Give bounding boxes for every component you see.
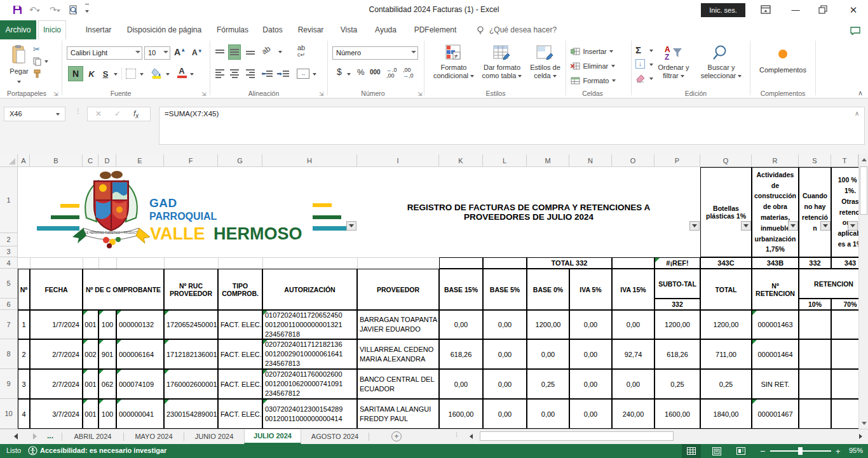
restore-button[interactable]: [818, 5, 827, 14]
scroll-down-button[interactable]: [859, 418, 868, 429]
insert-cells-button[interactable]: Insertar: [571, 45, 613, 55]
font-size-combo[interactable]: 10: [144, 46, 170, 60]
cell-343c[interactable]: 343C: [700, 257, 752, 269]
tab-revisar[interactable]: Revisar: [294, 20, 327, 39]
row-header-8[interactable]: 8: [0, 339, 18, 369]
cell[interactable]: 618,26: [439, 339, 483, 369]
cell[interactable]: 2/7/2024: [30, 369, 83, 399]
format-as-table-button[interactable]: Dar formatocomo tabla: [478, 44, 526, 86]
cell[interactable]: 2300154289001: [164, 399, 218, 429]
col-header-t[interactable]: T: [831, 154, 858, 167]
header-otras[interactable]: 100 % y 1%. Otras retenciones aplicables…: [831, 167, 858, 257]
format-cells-button[interactable]: Formato: [571, 74, 616, 84]
cell[interactable]: 2/7/2024: [30, 339, 83, 369]
cell[interactable]: [799, 369, 831, 399]
font-dialog-launcher[interactable]: ⇲: [201, 91, 208, 97]
tab-ayuda[interactable]: Ayuda: [372, 20, 400, 39]
align-left-icon[interactable]: [214, 66, 226, 81]
cell[interactable]: 001: [83, 369, 98, 399]
col-header-e[interactable]: E: [116, 154, 164, 167]
font-name-combo[interactable]: Calibri Light: [67, 46, 142, 60]
vertical-scroll-thumb[interactable]: [860, 166, 867, 215]
cell[interactable]: [799, 339, 831, 369]
cell[interactable]: 02072024011712182136 0012002901000006164…: [262, 339, 357, 369]
save-icon[interactable]: [13, 5, 22, 15]
col-header-q[interactable]: Q: [700, 154, 752, 167]
decrease-indent-icon[interactable]: ⬅: [260, 66, 274, 81]
cell[interactable]: 000001467: [752, 399, 799, 429]
header-base0[interactable]: BASE 0%: [527, 269, 569, 310]
decrease-decimal-button[interactable]: ,00→,0: [403, 67, 414, 79]
view-normal-button[interactable]: [682, 444, 701, 458]
fill-color-button[interactable]: [151, 67, 163, 79]
row-header-5[interactable]: 5: [0, 269, 18, 299]
col-header-l[interactable]: L: [483, 154, 527, 167]
header-10pct[interactable]: 10%: [799, 299, 831, 310]
row-header-4[interactable]: 4: [0, 257, 18, 269]
cell[interactable]: 901: [98, 339, 116, 369]
header-tipo[interactable]: TIPO COMPROB.: [218, 269, 262, 310]
horizontal-scroll-thumb[interactable]: [480, 431, 674, 441]
insert-function-icon[interactable]: fx: [133, 109, 139, 119]
filter-dropdown-s[interactable]: [820, 221, 831, 231]
tab-inicio[interactable]: Inicio: [38, 20, 66, 39]
cell[interactable]: FACT. ELEC.: [218, 369, 262, 399]
cell[interactable]: VILLARREAL CEDENO MARIA ALEXANDRA: [357, 339, 439, 369]
header-iva5[interactable]: IVA 5%: [569, 269, 612, 310]
cell[interactable]: [831, 369, 858, 399]
cell[interactable]: 0,00: [569, 339, 612, 369]
percent-button[interactable]: %: [357, 67, 365, 77]
header-nretencion[interactable]: Nº RETENCION: [752, 269, 799, 310]
sheet-tab-julio-active[interactable]: JULIO 2024: [244, 429, 301, 444]
orientation-button[interactable]: ab: [260, 44, 272, 56]
cell[interactable]: 000006164: [116, 339, 164, 369]
grow-font-button[interactable]: A▲: [174, 47, 186, 57]
tab-disposicion[interactable]: Disposición de página: [125, 20, 204, 39]
cell[interactable]: 0,00: [483, 399, 527, 429]
cell[interactable]: 000074109: [116, 369, 164, 399]
clear-icon[interactable]: [635, 74, 646, 83]
cell[interactable]: 1200,00: [527, 310, 569, 339]
tab-archivo[interactable]: Archivo: [0, 20, 36, 39]
align-center-icon[interactable]: [228, 66, 241, 81]
delete-cells-button[interactable]: Eliminar: [571, 60, 615, 70]
underline-button[interactable]: S: [99, 66, 112, 81]
filter-dropdown-q[interactable]: [741, 221, 751, 231]
cell[interactable]: 0,00: [527, 339, 569, 369]
sheet-tab-mayo[interactable]: MAYO 2024: [125, 429, 182, 444]
row-header-7[interactable]: 7: [0, 310, 18, 339]
filter-dropdown-h[interactable]: [346, 221, 356, 231]
cell[interactable]: 100: [98, 399, 116, 429]
cell-343b[interactable]: 343B: [752, 257, 799, 269]
row-header-1[interactable]: 1: [0, 167, 18, 233]
align-middle-icon[interactable]: [228, 44, 241, 60]
cell[interactable]: 3: [18, 369, 30, 399]
header-ruc[interactable]: Nº RUC PROVEEDOR: [164, 269, 218, 310]
cell[interactable]: 100: [98, 310, 116, 339]
filter-dropdown-p[interactable]: [689, 221, 700, 231]
row-header-9[interactable]: 9: [0, 369, 18, 399]
fill-icon[interactable]: ↓: [635, 59, 645, 69]
cell[interactable]: 4: [18, 399, 30, 429]
col-header-r[interactable]: R: [752, 154, 799, 167]
cell[interactable]: 0,00: [569, 369, 612, 399]
header-subtotal[interactable]: SUBTO-TAL: [654, 269, 700, 299]
cell[interactable]: 000001463: [752, 310, 799, 339]
prev-sheet-icon[interactable]: [14, 433, 18, 440]
zoom-in-button[interactable]: +: [836, 447, 841, 456]
header-proveedor[interactable]: PROVEEDOR: [357, 269, 439, 310]
name-box[interactable]: X46: [4, 107, 65, 121]
col-header-f[interactable]: F: [164, 154, 218, 167]
row-header-10[interactable]: 10: [0, 399, 18, 429]
qat-customize-icon[interactable]: [85, 4, 89, 11]
hscroll-left-icon[interactable]: [470, 434, 473, 439]
cell[interactable]: 0,25: [700, 369, 752, 399]
header-base15[interactable]: BASE 15%: [439, 269, 483, 310]
title-cell[interactable]: REGISTRO DE FACTURAS DE COMPRA Y RETENCI…: [357, 167, 700, 257]
cell-total332[interactable]: TOTAL 332: [527, 257, 612, 269]
header-fecha[interactable]: FECHA: [30, 269, 83, 310]
new-sheet-button[interactable]: +: [391, 431, 402, 441]
cell[interactable]: 1720652450001: [164, 310, 218, 339]
font-color-button[interactable]: A: [176, 67, 187, 79]
ribbon-display-icon[interactable]: [761, 5, 771, 15]
